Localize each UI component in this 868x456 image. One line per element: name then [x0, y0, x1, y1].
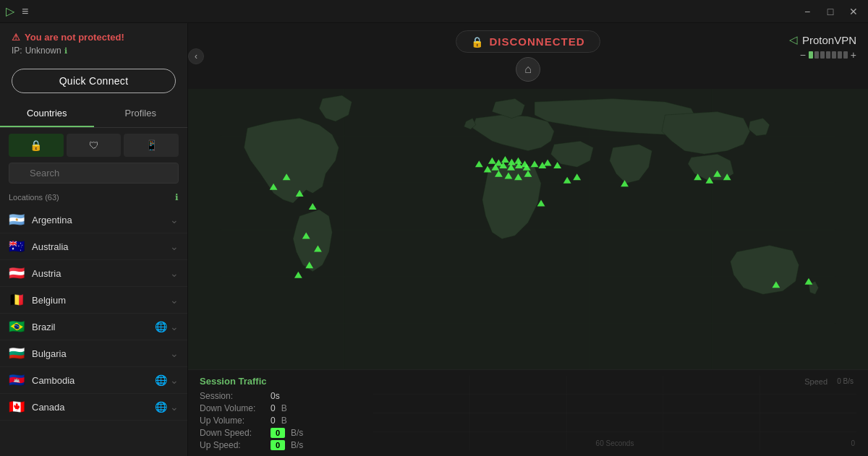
locations-label: Locations (63)	[9, 193, 59, 202]
speed-dot-7	[843, 51, 848, 59]
tab-countries[interactable]: Countries	[0, 100, 94, 127]
stat-label-down-speed: Down Speed:	[200, 428, 265, 438]
country-actions-canada: 🌐 ⌄	[155, 401, 179, 413]
flag-australia: 🇦🇺	[9, 241, 25, 252]
stat-value-down-volume: 0	[271, 403, 276, 413]
speed-dot-4	[826, 51, 830, 59]
locations-info-icon[interactable]: ℹ	[175, 192, 179, 202]
shield-filter-button[interactable]: 🛡	[67, 134, 122, 157]
search-wrapper: 🔍	[9, 163, 179, 184]
search-input[interactable]	[9, 163, 179, 184]
ip-info-icon[interactable]: ℹ	[64, 46, 67, 56]
speed-plus-button[interactable]: +	[851, 49, 856, 61]
country-actions-cambodia: 🌐 ⌄	[155, 374, 179, 386]
search-container: 🔍	[0, 163, 187, 189]
home-button[interactable]: ⌂	[516, 57, 540, 82]
filter-row: 🔒 🛡 📱	[0, 128, 187, 163]
device-filter-button[interactable]: 📱	[124, 134, 179, 157]
country-name-canada: Canada	[32, 402, 148, 413]
quick-connect-button[interactable]: Quick Connect	[12, 69, 176, 93]
locations-header: Locations (63) ℹ	[0, 189, 187, 207]
session-traffic: Session Traffic Session: 0s Down Volume:…	[200, 376, 344, 450]
chevron-bulgaria[interactable]: ⌄	[170, 348, 179, 359]
speed-dots	[809, 51, 848, 59]
proton-logo: ◁	[789, 33, 798, 46]
country-actions-bulgaria: ⌄	[170, 348, 179, 359]
chevron-argentina[interactable]: ⌄	[170, 214, 179, 225]
warning-text: You are not protected!	[25, 32, 124, 43]
stat-label-session: Session:	[200, 391, 265, 401]
menu-icon[interactable]: ≡	[22, 5, 28, 18]
chevron-austria[interactable]: ⌄	[170, 267, 179, 279]
chevron-brazil[interactable]: ⌄	[170, 321, 179, 332]
stat-row-up-volume: Up Volume: 0 B	[200, 416, 344, 426]
window-controls: − □ ✕	[799, 3, 862, 20]
flag-austria: 🇦🇹	[9, 267, 25, 279]
disconnected-text: DISCONNECTED	[489, 35, 584, 48]
chevron-canada[interactable]: ⌄	[170, 401, 179, 413]
stat-badge-down-speed: 0	[271, 428, 285, 438]
stat-label-up-speed: Up Speed:	[200, 440, 265, 450]
right-panel: ‹ 🔒 DISCONNECTED ⌂ ◁ ProtonVPN −	[188, 23, 868, 456]
session-traffic-title: Session Traffic	[200, 376, 344, 387]
ip-line: IP: Unknown ℹ	[12, 46, 176, 56]
connection-badge: 🔒 DISCONNECTED	[456, 30, 600, 53]
flag-argentina: 🇦🇷	[9, 214, 25, 225]
lock-icon: 🔒	[471, 36, 483, 48]
minimize-button[interactable]: −	[799, 3, 816, 20]
country-actions-belgium: ⌄	[170, 294, 179, 306]
flag-brazil: 🇧🇷	[9, 321, 25, 332]
country-item-argentina[interactable]: 🇦🇷 Argentina ⌄	[0, 207, 187, 233]
stat-value-session: 0s	[271, 391, 280, 401]
graph-top-label: 0 B/s	[837, 377, 854, 385]
stat-row-down-speed: Down Speed: 0 B/s	[200, 428, 344, 438]
tab-profiles[interactable]: Profiles	[94, 100, 188, 127]
chevron-cambodia[interactable]: ⌄	[170, 374, 179, 386]
country-item-cambodia[interactable]: 🇰🇭 Cambodia 🌐 ⌄	[0, 367, 187, 394]
world-map	[188, 89, 868, 369]
top-bar: ‹ 🔒 DISCONNECTED ⌂ ◁ ProtonVPN −	[188, 23, 868, 89]
proton-brand: ◁ ProtonVPN	[789, 33, 856, 46]
close-button[interactable]: ✕	[845, 3, 862, 20]
collapse-sidebar-button[interactable]: ‹	[188, 48, 204, 64]
connection-status-container: 🔒 DISCONNECTED ⌂	[456, 30, 600, 82]
country-actions-australia: ⌄	[170, 241, 179, 252]
stat-badge-up-speed: 0	[271, 440, 285, 450]
graph-right-label: 0	[851, 439, 855, 447]
country-item-australia[interactable]: 🇦🇺 Australia ⌄	[0, 233, 187, 260]
stat-unit-down-speed: B/s	[291, 428, 303, 438]
speed-dot-2	[814, 51, 819, 59]
country-item-belgium[interactable]: 🇧🇪 Belgium ⌄	[0, 287, 187, 314]
sidebar-header: ⚠ You are not protected! IP: Unknown ℹ	[0, 23, 187, 61]
graph-area: Speed 0 B/s 60 Seconds	[373, 376, 856, 450]
protection-warning: ⚠ You are not protected!	[12, 32, 176, 43]
app-logo: ▷	[6, 4, 14, 18]
flag-canada: 🇨🇦	[9, 401, 25, 413]
sidebar: ⚠ You are not protected! IP: Unknown ℹ Q…	[0, 23, 188, 456]
flag-belgium: 🇧🇪	[9, 294, 25, 306]
country-name-bulgaria: Bulgaria	[32, 348, 163, 359]
globe-cambodia[interactable]: 🌐	[155, 374, 167, 386]
country-name-argentina: Argentina	[32, 215, 163, 225]
country-actions-austria: ⌄	[170, 267, 179, 279]
chevron-australia[interactable]: ⌄	[170, 241, 179, 252]
country-name-cambodia: Cambodia	[32, 375, 148, 386]
secure-filter-button[interactable]: 🔒	[9, 134, 64, 157]
globe-canada[interactable]: 🌐	[155, 401, 167, 413]
stat-label-down-volume: Down Volume:	[200, 403, 265, 413]
country-list: 🇦🇷 Argentina ⌄ 🇦🇺 Australia ⌄ 🇦🇹 Austria…	[0, 207, 187, 456]
country-item-austria[interactable]: 🇦🇹 Austria ⌄	[0, 260, 187, 287]
country-actions-argentina: ⌄	[170, 214, 179, 225]
map-container	[188, 89, 868, 369]
globe-brazil[interactable]: 🌐	[155, 321, 167, 332]
chevron-belgium[interactable]: ⌄	[170, 294, 179, 306]
proton-brand-name: ProtonVPN	[802, 34, 856, 46]
speed-dot-6	[838, 51, 842, 59]
country-item-brazil[interactable]: 🇧🇷 Brazil 🌐 ⌄	[0, 314, 187, 340]
warning-icon: ⚠	[12, 32, 20, 43]
country-item-bulgaria[interactable]: 🇧🇬 Bulgaria ⌄	[0, 340, 187, 367]
ip-label: IP:	[12, 46, 22, 56]
maximize-button[interactable]: □	[822, 3, 839, 20]
speed-minus-button[interactable]: −	[800, 49, 806, 61]
country-item-canada[interactable]: 🇨🇦 Canada 🌐 ⌄	[0, 394, 187, 421]
